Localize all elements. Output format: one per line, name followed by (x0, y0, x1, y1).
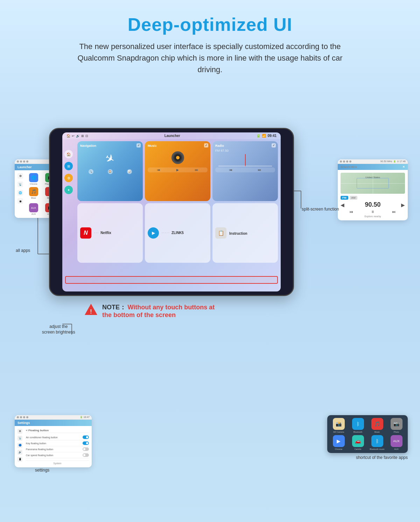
note-section: ! NOTE： Without any touch buttons atthe … (84, 303, 215, 319)
settings-nav-item-4[interactable]: 🔊 (18, 450, 22, 455)
prev-track[interactable]: ⏮ (157, 168, 160, 172)
settings-panel: 🔋 18:47 Settings ⚙ 📡 🔵 🔊 📱 < Floating bu… (15, 415, 92, 467)
radio-next-btn[interactable]: ⏭ (258, 168, 261, 172)
shortcut-photo[interactable]: 📷 Photo (388, 418, 405, 433)
music-controls: ⏮ ▶ ⏭ (148, 167, 208, 172)
side-nav-item-4[interactable]: ◉ (18, 198, 23, 204)
side-nav-item-3[interactable]: 🌐 (18, 190, 23, 195)
shortcut-chrome[interactable]: ▶ Chrome (330, 435, 347, 450)
netflix-icon[interactable]: N (80, 227, 91, 239)
side-nav-item[interactable]: ⚙ (18, 173, 23, 179)
shortcut-aux[interactable]: AUX AUX (388, 435, 405, 450)
zlink-icon[interactable]: ▶ (148, 227, 159, 239)
toggle-2[interactable] (83, 441, 89, 445)
shortcut-bluetooth-icon[interactable]: ᛒ (352, 418, 364, 430)
shortcut-chrome-label: Chrome (335, 448, 342, 450)
nav-search[interactable]: 🔍 (89, 169, 93, 174)
shortcut-arcamera[interactable]: 📸 AR Camera (330, 418, 347, 433)
shortcut-photo-icon[interactable]: 📷 (391, 418, 402, 430)
nav-home[interactable]: 🏠 (108, 169, 113, 174)
settings-footer: System (26, 460, 89, 465)
settings-items: < Floating button Air conditioner floati… (26, 429, 89, 465)
bottom-highlight (65, 276, 278, 284)
nav-chart[interactable]: 📊 (127, 169, 132, 174)
shortcut-chrome-icon[interactable]: ▶ (333, 435, 345, 447)
settings-panel-topbar: 🔋 18:47 (15, 415, 92, 420)
next-btn[interactable]: ▶ (401, 202, 405, 208)
main-device: 🏠 ⊞ ⚙ ✦ 🏠↩🔊⊞⊡ Launcher 🔋 📶 09:41 (49, 128, 294, 296)
toggle-4[interactable] (83, 453, 89, 457)
sidebar-apps[interactable]: ⊞ (64, 162, 73, 170)
page-title: Deep-optimized UI (21, 14, 399, 35)
shortcut-music[interactable]: 🎵 Music (369, 418, 386, 433)
status-app-title: Launcher (164, 134, 180, 138)
settings-nav: ⚙ 📡 🔵 🔊 📱 (18, 429, 24, 465)
settings-label-3: Panorama floating button (26, 448, 53, 451)
radio-map: United States (341, 173, 405, 194)
settings-nav-item-2[interactable]: 📡 (18, 436, 22, 441)
music-disc (172, 151, 184, 164)
shortcut-aux-icon[interactable]: AUX (391, 435, 402, 447)
netflix-label[interactable]: Netflix (100, 231, 111, 235)
shortcut-aux-label: AUX (394, 448, 398, 450)
nav-widget: ⤢ Navigation ✈ 🔍 🏠 📊 (77, 141, 143, 201)
side-nav-item-2[interactable]: 📡 (18, 181, 23, 187)
shortcut-music-label: Music (374, 431, 380, 433)
freq-row: ◀ 90.50 ▶ (341, 201, 405, 208)
settings-nav-item[interactable]: ⚙ (18, 429, 22, 434)
radio-needle (245, 154, 246, 166)
settings-nav-item-3[interactable]: 🔵 (18, 443, 22, 448)
zlink-label[interactable]: ZLINK5 (172, 231, 184, 235)
app-mixer[interactable]: 🎵 Mixer (27, 187, 41, 201)
shortcut-btmusic-icon[interactable]: ᛒ (371, 435, 383, 447)
radio-prev[interactable]: ⏮ (350, 210, 353, 214)
sidebar-settings[interactable]: ⚙ (64, 174, 73, 182)
radio-play[interactable]: ⏸ (371, 210, 374, 214)
radio-prev-btn[interactable]: ⏮ (229, 168, 232, 172)
shortcut-btmusic[interactable]: ᛒ Bluetooth music (369, 435, 386, 450)
prev-btn[interactable]: ◀ (341, 202, 344, 208)
music-open-icon[interactable]: ⤢ (204, 143, 208, 147)
instruction-widget: 📋 Instruction (212, 203, 278, 263)
app-chrome[interactable]: 🌐 Chrome (27, 173, 41, 185)
sidebar-brightness[interactable]: ✦ (64, 186, 73, 194)
app-aux[interactable]: AUX AUX (27, 203, 41, 215)
label-settings: settings (35, 468, 49, 473)
nav-label: Navigation (80, 144, 140, 147)
settings-row-2: Key floating button (26, 440, 89, 446)
shortcut-arcamera-icon[interactable]: 📸 (333, 418, 345, 430)
settings-label-1: Air conditioner floating button (26, 436, 58, 439)
toggle-3[interactable] (83, 447, 89, 451)
settings-label-4: Car speed floating button (26, 454, 53, 456)
shortcut-bluetooth[interactable]: ᛒ Bluetooth (349, 418, 366, 433)
settings-header: Settings (15, 420, 92, 426)
netflix-dots: ··· (94, 231, 99, 235)
radio-baseline (218, 166, 272, 166)
fm-tab[interactable]: FM (341, 196, 348, 200)
radio-open-icon[interactable]: ⤢ (272, 143, 276, 147)
settings-nav-item-5[interactable]: 📱 (18, 457, 22, 462)
shortcut-carinfo[interactable]: 🚗 CarInfo (349, 435, 366, 450)
zlink-text: ····· ZLINK5 (162, 231, 184, 235)
next-track[interactable]: ⏭ (195, 168, 198, 172)
shortcut-photo-label: Photo (394, 431, 399, 433)
radio-freq-row: FM AM (341, 196, 405, 200)
radio-next[interactable]: ⏭ (392, 210, 396, 214)
toggle-1[interactable] (83, 435, 89, 439)
netflix-widget: N ··· Netflix (77, 203, 143, 263)
shortcut-carinfo-icon[interactable]: 🚗 (352, 435, 364, 447)
settings-body: ⚙ 📡 🔵 🔊 📱 < Floating button Air conditio… (15, 426, 92, 467)
status-wifi: 📶 (262, 134, 266, 138)
device-status-bar: 🏠↩🔊⊞⊡ Launcher 🔋 📶 09:41 (62, 132, 281, 139)
nav-open-icon[interactable]: ⤢ (136, 143, 141, 147)
instruction-icon[interactable]: 📋 (215, 227, 226, 239)
label-brightness: adjust thescreen brightness (42, 324, 75, 335)
instruction-label[interactable]: Instruction (229, 232, 247, 235)
launcher-title: Launcher (18, 165, 32, 169)
shortcut-music-icon[interactable]: 🎵 (371, 418, 383, 430)
sidebar-home[interactable]: 🏠 (64, 150, 73, 158)
play-pause[interactable]: ▶ (176, 168, 179, 172)
nav-icon-row: 🔍 🏠 📊 (80, 168, 140, 175)
label-split-screen: split-screen function (302, 207, 339, 212)
am-tab[interactable]: AM (350, 196, 357, 200)
